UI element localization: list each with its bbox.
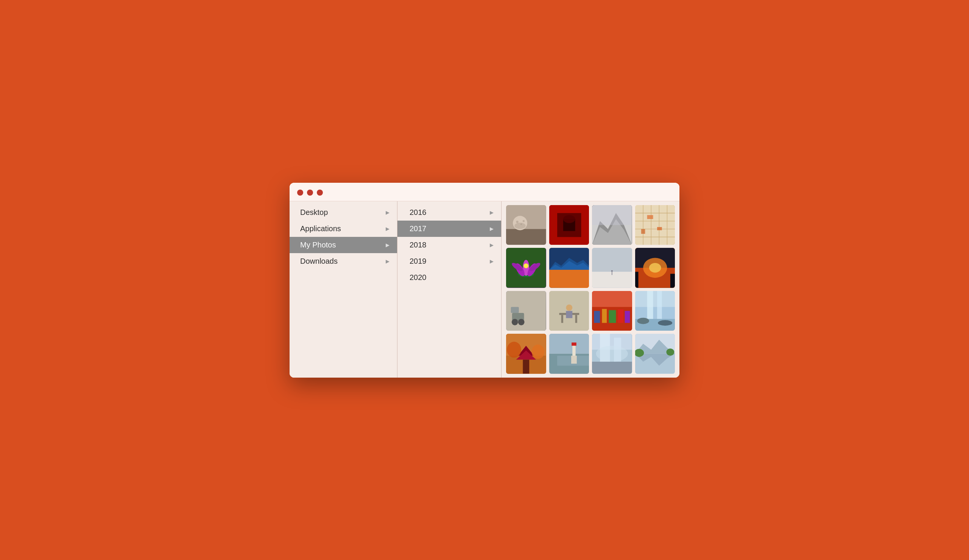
photo-thumb-14[interactable] (549, 334, 589, 374)
svg-rect-82 (523, 360, 529, 374)
svg-point-54 (512, 319, 518, 325)
svg-point-6 (521, 223, 522, 225)
year-item-2018[interactable]: 2018 ▶ (398, 237, 501, 253)
svg-rect-72 (635, 291, 675, 307)
svg-rect-25 (647, 215, 653, 219)
sidebar-item-desktop[interactable]: Desktop ▶ (290, 204, 397, 221)
chevron-right-icon: ▶ (386, 242, 390, 248)
year-label-2020: 2020 (410, 273, 426, 282)
svg-rect-50 (635, 272, 638, 287)
svg-rect-26 (657, 227, 662, 230)
sidebar-item-applications[interactable]: Applications ▶ (290, 221, 397, 237)
close-button[interactable] (297, 189, 303, 196)
svg-point-104 (666, 349, 674, 356)
photo-thumb-6[interactable] (549, 248, 589, 288)
svg-point-55 (518, 319, 524, 325)
chevron-right-icon: ▶ (386, 226, 390, 231)
svg-rect-87 (549, 334, 589, 354)
main-window: Desktop ▶ Applications ▶ My Photos ▶ Dow… (290, 183, 679, 377)
photo-thumb-12[interactable] (635, 291, 675, 331)
svg-rect-40 (549, 270, 589, 287)
sidebar-column: Desktop ▶ Applications ▶ My Photos ▶ Dow… (290, 201, 398, 377)
svg-rect-65 (592, 291, 632, 307)
svg-point-11 (563, 215, 575, 223)
svg-point-35 (523, 263, 528, 268)
year-item-2019[interactable]: 2019 ▶ (398, 253, 501, 269)
svg-point-44 (611, 270, 613, 272)
svg-rect-62 (566, 311, 572, 318)
chevron-right-icon: ▶ (490, 258, 494, 264)
chevron-right-icon: ▶ (386, 209, 390, 215)
svg-rect-1 (506, 229, 546, 245)
photo-thumb-2[interactable] (549, 205, 589, 245)
year-label-2018: 2018 (410, 241, 426, 249)
svg-point-77 (658, 320, 672, 326)
photo-thumb-13[interactable] (506, 334, 546, 374)
photo-thumb-5[interactable] (506, 248, 546, 288)
photo-grid (501, 201, 679, 377)
svg-rect-66 (594, 311, 600, 323)
chevron-right-icon: ▶ (490, 209, 494, 215)
year-label-2017: 2017 (410, 224, 426, 233)
svg-rect-42 (592, 248, 632, 272)
svg-rect-60 (575, 315, 577, 323)
svg-point-76 (637, 317, 649, 324)
svg-rect-70 (625, 311, 630, 323)
svg-rect-69 (618, 309, 624, 323)
photo-thumb-7[interactable] (592, 248, 632, 288)
sidebar-label-myphotos: My Photos (300, 241, 336, 249)
chevron-right-icon: ▶ (490, 226, 494, 231)
photo-thumb-10[interactable] (549, 291, 589, 331)
svg-rect-51 (670, 274, 675, 288)
svg-rect-27 (641, 229, 645, 234)
photo-thumb-3[interactable] (592, 205, 632, 245)
maximize-button[interactable] (317, 189, 323, 196)
photo-thumb-9[interactable] (506, 291, 546, 331)
svg-point-5 (523, 220, 524, 222)
year-item-2016[interactable]: 2016 ▶ (398, 204, 501, 221)
sidebar-label-downloads: Downloads (300, 257, 338, 266)
years-column: 2016 ▶ 2017 ▶ 2018 ▶ 2019 ▶ 2020 (398, 201, 501, 377)
svg-rect-68 (609, 310, 616, 323)
svg-rect-91 (571, 356, 577, 364)
svg-rect-16 (635, 205, 675, 245)
year-item-2017[interactable]: 2017 ▶ (398, 221, 501, 237)
sidebar-label-applications: Applications (300, 224, 341, 233)
svg-point-84 (532, 344, 545, 359)
svg-point-97 (596, 346, 628, 362)
svg-rect-59 (561, 315, 563, 323)
svg-rect-89 (572, 344, 575, 357)
svg-rect-74 (657, 291, 662, 323)
minimize-button[interactable] (307, 189, 313, 196)
chevron-right-icon: ▶ (386, 258, 390, 264)
svg-point-83 (507, 342, 521, 357)
svg-rect-56 (511, 307, 519, 313)
svg-point-49 (649, 263, 661, 273)
photo-thumb-8[interactable] (635, 248, 675, 288)
year-label-2019: 2019 (410, 257, 426, 266)
sidebar-label-desktop: Desktop (300, 208, 328, 217)
svg-rect-15 (592, 205, 632, 225)
svg-rect-67 (602, 309, 607, 323)
year-label-2016: 2016 (410, 208, 426, 217)
photo-thumb-16[interactable] (635, 334, 675, 374)
chevron-right-icon: ▶ (490, 242, 494, 248)
photo-thumb-4[interactable] (635, 205, 675, 245)
svg-point-3 (514, 223, 526, 229)
content-area: Desktop ▶ Applications ▶ My Photos ▶ Dow… (290, 201, 679, 377)
svg-rect-96 (592, 362, 632, 374)
svg-point-4 (516, 221, 518, 223)
titlebar (290, 183, 679, 201)
sidebar-item-myphotos[interactable]: My Photos ▶ (290, 237, 397, 253)
photo-thumb-11[interactable] (592, 291, 632, 331)
year-item-2020[interactable]: 2020 (398, 269, 501, 286)
sidebar-item-downloads[interactable]: Downloads ▶ (290, 253, 397, 269)
svg-rect-90 (571, 342, 576, 346)
svg-point-61 (566, 304, 572, 311)
photo-thumb-1[interactable] (506, 205, 546, 245)
photo-thumb-15[interactable] (592, 334, 632, 374)
